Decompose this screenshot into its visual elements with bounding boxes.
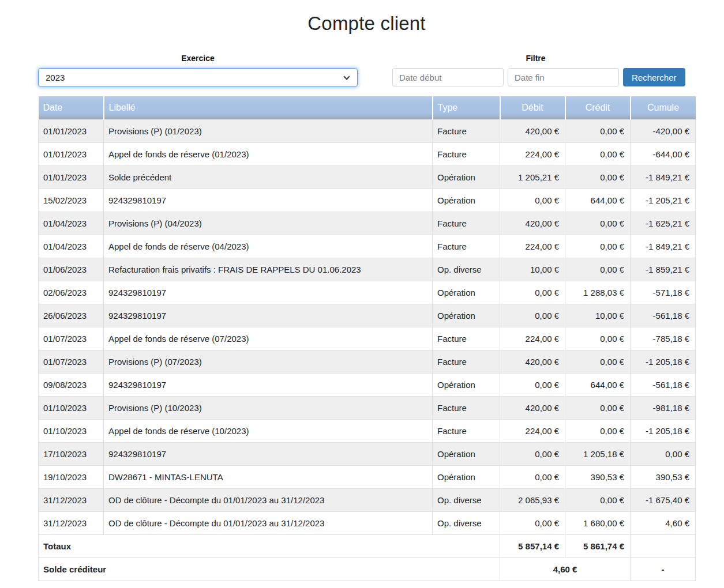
cell-cumule: -1 625,21 €	[631, 212, 696, 235]
filtre-label: Filtre	[392, 54, 679, 63]
solde-cumule: -	[631, 557, 696, 581]
cell-type: Facture	[433, 235, 500, 258]
cell-libelle: 924329810197	[104, 189, 433, 212]
cell-credit: 644,00 €	[565, 189, 631, 212]
cell-type: Facture	[433, 119, 500, 142]
date-debut-input[interactable]	[392, 68, 504, 86]
cell-libelle: OD de clôture - Décompte du 01/01/2023 a…	[104, 511, 433, 534]
filtre-inputs: Rechercher	[392, 68, 679, 86]
table-row: 19/10/2023DW28671 - MINTAS-LENUTAOpérati…	[39, 465, 696, 488]
col-header-credit: Crédit	[565, 96, 631, 119]
cell-cumule: 0,00 €	[631, 442, 696, 465]
cell-debit: 420,00 €	[500, 119, 565, 142]
table-row: 01/04/2023Provisions (P) (04/2023)Factur…	[39, 212, 696, 235]
cell-cumule: -420,00 €	[631, 119, 696, 142]
col-header-cumule: Cumule	[631, 96, 696, 119]
cell-date: 19/10/2023	[39, 465, 104, 488]
cell-credit: 1 205,18 €	[565, 442, 631, 465]
cell-credit: 0,00 €	[565, 350, 631, 373]
cell-debit: 0,00 €	[500, 511, 565, 534]
solde-label: Solde créditeur	[39, 557, 500, 581]
cell-type: Opération	[433, 442, 500, 465]
cell-credit: 0,00 €	[565, 258, 631, 281]
cell-libelle: Provisions (P) (10/2023)	[104, 396, 433, 419]
cell-credit: 0,00 €	[565, 212, 631, 235]
cell-debit: 224,00 €	[500, 419, 565, 442]
totals-debit: 5 857,14 €	[500, 534, 565, 557]
filtre-group: Filtre Rechercher	[392, 54, 679, 86]
cell-type: Opération	[433, 373, 500, 396]
cell-cumule: -1 849,21 €	[631, 165, 696, 189]
date-fin-input[interactable]	[508, 68, 619, 86]
table-row: 01/01/2023Provisions (P) (01/2023)Factur…	[39, 119, 696, 142]
cell-debit: 0,00 €	[500, 465, 565, 488]
table-row: 31/12/2023OD de clôture - Décompte du 01…	[39, 511, 696, 534]
cell-libelle: OD de clôture - Décompte du 01/01/2023 a…	[104, 488, 433, 511]
controls-bar: Exercice 2023 Filtre Rechercher	[38, 54, 695, 87]
account-table: Date Libellé Type Débit Crédit Cumule 01…	[38, 96, 696, 581]
col-header-date: Date	[39, 96, 104, 119]
table-row: 01/07/2023Provisions (P) (07/2023)Factur…	[39, 350, 696, 373]
rechercher-button[interactable]: Rechercher	[623, 68, 685, 86]
cell-type: Opération	[433, 165, 500, 189]
cell-libelle: Appel de fonds de réserve (01/2023)	[104, 142, 433, 165]
cell-type: Facture	[433, 142, 500, 165]
col-header-libelle: Libellé	[104, 96, 433, 119]
cell-libelle: Provisions (P) (01/2023)	[104, 119, 433, 142]
cell-debit: 224,00 €	[500, 327, 565, 350]
cell-libelle: Solde précédent	[104, 165, 433, 189]
cell-credit: 0,00 €	[565, 235, 631, 258]
cell-date: 01/01/2023	[39, 165, 104, 189]
cell-credit: 0,00 €	[565, 488, 631, 511]
cell-date: 09/08/2023	[39, 373, 104, 396]
table-row: 01/10/2023Provisions (P) (10/2023)Factur…	[39, 396, 696, 419]
cell-libelle: 924329810197	[104, 304, 433, 327]
cell-cumule: -561,18 €	[631, 304, 696, 327]
cell-debit: 2 065,93 €	[500, 488, 565, 511]
totals-credit: 5 861,74 €	[565, 534, 631, 557]
cell-date: 01/07/2023	[39, 350, 104, 373]
cell-date: 01/10/2023	[39, 419, 104, 442]
table-row: 17/10/2023924329810197Opération0,00 €1 2…	[39, 442, 696, 465]
cell-date: 01/01/2023	[39, 119, 104, 142]
cell-libelle: 924329810197	[104, 373, 433, 396]
totals-row: Totaux 5 857,14 € 5 861,74 €	[39, 534, 696, 557]
totals-label: Totaux	[39, 534, 500, 557]
cell-debit: 10,00 €	[500, 258, 565, 281]
table-row: 01/07/2023Appel de fonds de réserve (07/…	[39, 327, 696, 350]
cell-date: 31/12/2023	[39, 488, 104, 511]
cell-type: Facture	[433, 327, 500, 350]
page-title: Compte client	[38, 13, 695, 35]
exercice-select[interactable]: 2023	[38, 68, 358, 87]
cell-debit: 0,00 €	[500, 442, 565, 465]
cell-type: Facture	[433, 212, 500, 235]
cell-credit: 10,00 €	[565, 304, 631, 327]
cell-date: 01/04/2023	[39, 235, 104, 258]
cell-cumule: -1 859,21 €	[631, 258, 696, 281]
exercice-group: Exercice 2023	[38, 54, 358, 87]
table-row: 02/06/2023924329810197Opération0,00 €1 2…	[39, 281, 696, 304]
table-row: 31/12/2023OD de clôture - Décompte du 01…	[39, 488, 696, 511]
col-header-type: Type	[433, 96, 500, 119]
col-header-debit: Débit	[500, 96, 565, 119]
cell-credit: 0,00 €	[565, 142, 631, 165]
cell-cumule: -644,00 €	[631, 142, 696, 165]
cell-cumule: 4,60 €	[631, 511, 696, 534]
cell-date: 01/07/2023	[39, 327, 104, 350]
table-row: 01/06/2023Refacturation frais privatifs …	[39, 258, 696, 281]
cell-credit: 1 680,00 €	[565, 511, 631, 534]
cell-credit: 0,00 €	[565, 327, 631, 350]
cell-cumule: -785,18 €	[631, 327, 696, 350]
cell-debit: 0,00 €	[500, 189, 565, 212]
cell-debit: 1 205,21 €	[500, 165, 565, 189]
cell-cumule: 390,53 €	[631, 465, 696, 488]
totals-cumule	[631, 534, 696, 557]
cell-type: Op. diverse	[433, 258, 500, 281]
table-row: 01/01/2023Solde précédentOpération1 205,…	[39, 165, 696, 189]
exercice-select-wrap: 2023	[38, 68, 358, 87]
cell-type: Opération	[433, 304, 500, 327]
table-header: Date Libellé Type Débit Crédit Cumule	[39, 96, 696, 119]
cell-date: 01/10/2023	[39, 396, 104, 419]
cell-cumule: -1 205,18 €	[631, 350, 696, 373]
cell-debit: 420,00 €	[500, 212, 565, 235]
